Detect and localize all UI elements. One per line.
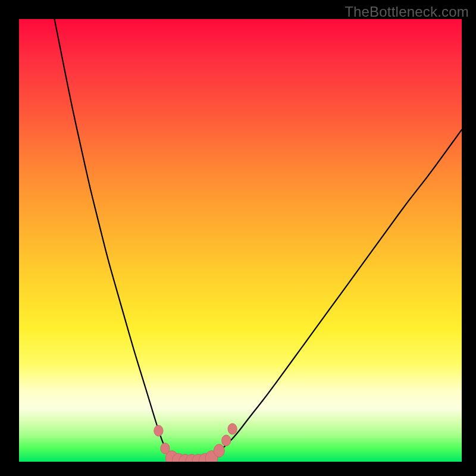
marker-point <box>228 424 237 434</box>
marker-point <box>154 425 163 436</box>
trough-markers <box>154 424 237 462</box>
watermark-text: TheBottleneck.com <box>345 4 469 20</box>
bottleneck-curve <box>19 19 462 462</box>
curve-path <box>55 19 462 462</box>
marker-point <box>222 435 231 446</box>
marker-point <box>214 444 224 458</box>
chart-frame: TheBottleneck.com <box>0 0 476 476</box>
plot-area <box>19 19 462 462</box>
